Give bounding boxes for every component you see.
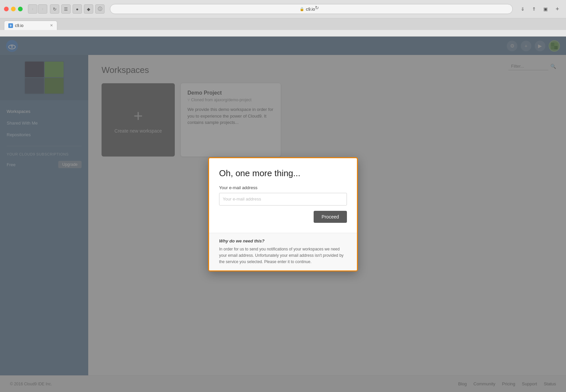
email-input[interactable] xyxy=(219,193,347,205)
traffic-lights xyxy=(4,7,23,11)
info-icon[interactable]: ⓘ xyxy=(95,4,105,14)
modal-overlay: Oh, one more thing... Your e-mail addres… xyxy=(0,37,566,392)
nav-group: ‹ › xyxy=(28,4,47,14)
minimize-window-button[interactable] xyxy=(11,7,16,11)
tab-title: c9.io xyxy=(15,23,48,28)
browser-tabbar: 9 c9.io ✕ xyxy=(0,18,566,30)
toolbar-icons: ↻ ☰ ● ◆ ⓘ xyxy=(50,4,105,14)
modal-title: Oh, one more thing... xyxy=(219,168,347,179)
email-field-label: Your e-mail address xyxy=(219,185,347,190)
address-bar[interactable]: 🔒 c9.io ↻ xyxy=(110,4,513,14)
shield-icon[interactable]: ● xyxy=(73,4,82,14)
extension-icon[interactable]: ◆ xyxy=(84,4,93,14)
tab-favicon: 9 xyxy=(8,23,13,28)
back-button[interactable]: ‹ xyxy=(28,4,37,14)
right-chrome-icons: ⇓ ⇑ ▣ xyxy=(518,4,550,14)
browser-chrome: ‹ › ↻ ☰ ● ◆ ⓘ 🔒 c9.io ↻ ⇓ ⇑ ▣ + 9 c9.io … xyxy=(0,0,566,37)
browser-titlebar: ‹ › ↻ ☰ ● ◆ ⓘ 🔒 c9.io ↻ ⇓ ⇑ ▣ + xyxy=(0,0,566,18)
modal-footer-text: In order for us to send you notification… xyxy=(219,246,347,265)
download-icon[interactable]: ⇓ xyxy=(518,4,527,14)
close-window-button[interactable] xyxy=(4,7,9,11)
tab-close-button[interactable]: ✕ xyxy=(50,23,53,28)
email-modal: Oh, one more thing... Your e-mail addres… xyxy=(208,157,358,272)
active-tab[interactable]: 9 c9.io ✕ xyxy=(4,21,57,30)
modal-body: Oh, one more thing... Your e-mail addres… xyxy=(209,158,357,233)
modal-actions: Proceed xyxy=(219,205,347,226)
lock-icon: 🔒 xyxy=(300,7,304,11)
share-icon[interactable]: ↻ xyxy=(50,4,59,14)
window-icon[interactable]: ▣ xyxy=(541,4,550,14)
modal-footer-title: Why do we need this? xyxy=(219,238,347,243)
address-text: c9.io xyxy=(306,7,315,12)
modal-footer: Why do we need this? In order for us to … xyxy=(209,233,357,271)
new-tab-button[interactable]: + xyxy=(553,4,562,14)
forward-button[interactable]: › xyxy=(38,4,47,14)
reload-button[interactable]: ↻ xyxy=(315,5,323,13)
upload-icon[interactable]: ⇑ xyxy=(529,4,539,14)
reader-icon[interactable]: ☰ xyxy=(61,4,71,14)
maximize-window-button[interactable] xyxy=(18,7,23,11)
proceed-button[interactable]: Proceed xyxy=(314,211,347,223)
